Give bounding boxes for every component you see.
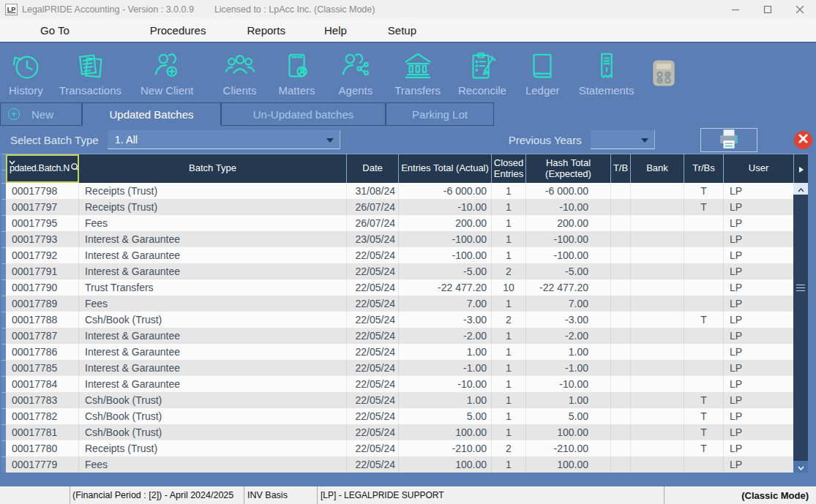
cell-closed-entries: 1 xyxy=(492,392,526,408)
cell-batch-no: 00017784 xyxy=(6,376,79,392)
batch-type-label: Select Batch Type xyxy=(10,134,99,146)
cell-bank xyxy=(631,376,684,392)
table-row[interactable]: 00017793 Interest & Garauntee 23/05/24 -… xyxy=(6,231,793,247)
batches-table: pdated.Batch.N Batch Type Date Entries T… xyxy=(0,154,816,473)
toolbar-transactions-button[interactable]: Transactions xyxy=(59,50,121,97)
toolbar-ledger-button[interactable]: Ledger xyxy=(525,50,560,97)
scrollbar-track[interactable] xyxy=(793,195,808,461)
toolbar-agents-button[interactable]: Agents xyxy=(339,50,373,97)
scroll-down-button[interactable] xyxy=(793,461,808,473)
table-row[interactable]: 00017784 Interest & Garauntee 22/05/24 -… xyxy=(6,376,793,392)
cell-batch-type: Csh/Book (Trust) xyxy=(79,312,347,328)
cell-trbs xyxy=(684,296,724,312)
tab-new[interactable]: + New xyxy=(0,102,82,126)
column-header-entries-total[interactable]: Entries Total (Actual) xyxy=(399,154,492,183)
table-row[interactable]: 00017788 Csh/Book (Trust) 22/05/24 -3.00… xyxy=(6,312,793,328)
table-row[interactable]: 00017780 Receipts (Trust) 22/05/24 -210.… xyxy=(6,440,793,456)
table-row[interactable]: 00017797 Receipts (Trust) 26/07/24 -10.0… xyxy=(6,199,793,215)
menu-reports[interactable]: Reports xyxy=(247,24,285,37)
menu-procedures[interactable]: Procedures xyxy=(150,24,206,37)
maximize-icon[interactable] xyxy=(752,0,784,18)
grip-lines-icon[interactable] xyxy=(796,282,805,293)
toolbar-reconcile-button[interactable]: Reconcile xyxy=(458,50,506,97)
table-row[interactable]: 00017783 Csh/Book (Trust) 22/05/24 1.00 … xyxy=(6,392,793,408)
cell-batch-type: Interest & Garauntee xyxy=(79,328,347,344)
table-row[interactable]: 00017779 Fees 22/05/24 100.00 1 100.00 L… xyxy=(6,456,793,473)
cell-tb xyxy=(611,360,631,376)
table-row[interactable]: 00017792 Interest & Garauntee 22/05/24 -… xyxy=(6,247,793,263)
cell-tb xyxy=(611,199,631,215)
cell-batch-type: Interest & Garauntee xyxy=(79,231,347,247)
menu-go-to[interactable]: Go To xyxy=(40,24,70,37)
cell-closed-entries: 1 xyxy=(492,231,526,247)
menu-setup[interactable]: Setup xyxy=(388,24,416,37)
print-button[interactable] xyxy=(700,128,757,152)
cell-trbs xyxy=(684,279,724,296)
cell-bank xyxy=(631,392,684,408)
app-window: LP LegalPRIDE Accounting - Version : 3.0… xyxy=(0,0,816,504)
table-row[interactable]: 00017786 Interest & Garauntee 22/05/24 1… xyxy=(6,344,793,360)
search-icon[interactable] xyxy=(70,162,79,174)
cell-batch-no: 00017793 xyxy=(6,231,79,247)
column-header-batch-no[interactable]: pdated.Batch.N xyxy=(6,154,79,183)
toolbar-matters-button[interactable]: Matters xyxy=(279,50,315,97)
table-row[interactable]: 00017785 Interest & Garauntee 22/05/24 -… xyxy=(6,360,793,376)
status-mode: (Classic Mode) xyxy=(664,486,816,504)
cell-entries-total: 1.00 xyxy=(399,344,492,360)
filter-row: Select Batch Type 1. All Previous Years xyxy=(0,126,816,154)
cell-closed-entries: 10 xyxy=(492,279,526,296)
cell-date: 26/07/24 xyxy=(347,215,399,231)
cell-entries-total: 5.00 xyxy=(399,408,492,424)
cell-trbs: T xyxy=(684,392,724,408)
cell-batch-no: 00017797 xyxy=(6,199,79,215)
column-header-hash-total[interactable]: Hash Total (Expected) xyxy=(526,154,611,183)
menu-help[interactable]: Help xyxy=(324,24,347,37)
ledger-icon xyxy=(525,50,559,83)
tab-un-updated-batches[interactable]: Un-Updated batches xyxy=(221,102,386,126)
reconcile-icon xyxy=(465,50,499,83)
close-view-button[interactable] xyxy=(794,131,812,149)
table-row[interactable]: 00017787 Interest & Garauntee 22/05/24 -… xyxy=(6,328,793,344)
tab-updated-batches[interactable]: Updated Batches xyxy=(82,102,221,126)
cell-entries-total: -2.00 xyxy=(399,328,492,344)
table-row[interactable]: 00017795 Fees 26/07/24 200.00 1 200.00 L… xyxy=(6,215,793,231)
chevron-down-icon xyxy=(798,460,804,473)
cell-batch-no: 00017798 xyxy=(6,183,79,199)
table-row[interactable]: 00017791 Interest & Garauntee 22/05/24 -… xyxy=(6,263,793,279)
column-header-date[interactable]: Date xyxy=(347,154,399,183)
toolbar-new-client-button[interactable]: New Client xyxy=(141,50,194,97)
column-header-trbs[interactable]: Tr/Bs xyxy=(684,154,724,183)
previous-years-dropdown[interactable] xyxy=(591,130,655,149)
column-header-user[interactable]: User xyxy=(724,154,793,183)
agents-icon xyxy=(339,50,373,83)
scroll-up-button[interactable] xyxy=(793,183,808,195)
cell-user: LP xyxy=(724,344,793,360)
table-row[interactable]: 00017789 Fees 22/05/24 7.00 1 7.00 LP xyxy=(6,296,793,312)
tab-parking-lot[interactable]: Parking Lot xyxy=(386,102,494,126)
cell-user: LP xyxy=(724,199,793,215)
column-header-tb[interactable]: T/B xyxy=(611,154,631,183)
cell-hash-total: 1.00 xyxy=(526,344,611,360)
table-row[interactable]: 00017781 Csh/Book (Trust) 22/05/24 100.0… xyxy=(6,424,793,440)
batch-type-dropdown[interactable]: 1. All xyxy=(108,130,340,149)
toolbar-transfers-button[interactable]: Transfers xyxy=(394,50,441,97)
toolbar-statements-button[interactable]: Statements xyxy=(579,50,635,97)
cell-tb xyxy=(611,296,631,312)
toolbar-history-button[interactable]: History xyxy=(9,50,43,97)
column-header-bank[interactable]: Bank xyxy=(631,154,684,183)
cell-bank xyxy=(631,263,684,279)
cell-user: LP xyxy=(724,247,793,263)
cell-batch-no: 00017785 xyxy=(6,360,79,376)
column-header-batch-type[interactable]: Batch Type xyxy=(79,154,347,183)
table-row[interactable]: 00017790 Trust Transfers 22/05/24 -22 47… xyxy=(6,279,793,296)
cell-bank xyxy=(631,344,684,360)
scroll-right-header[interactable] xyxy=(793,154,808,183)
close-icon[interactable] xyxy=(784,0,816,18)
table-row[interactable]: 00017782 Csh/Book (Trust) 22/05/24 5.00 … xyxy=(6,408,793,424)
minimize-icon[interactable] xyxy=(719,0,752,18)
cell-date: 22/05/24 xyxy=(347,360,399,376)
calculator-button[interactable] xyxy=(648,57,680,89)
table-row[interactable]: 00017798 Receipts (Trust) 31/08/24 -6 00… xyxy=(6,183,793,199)
column-header-closed-entries[interactable]: Closed Entries xyxy=(492,154,526,183)
toolbar-clients-button[interactable]: Clients xyxy=(223,50,257,97)
